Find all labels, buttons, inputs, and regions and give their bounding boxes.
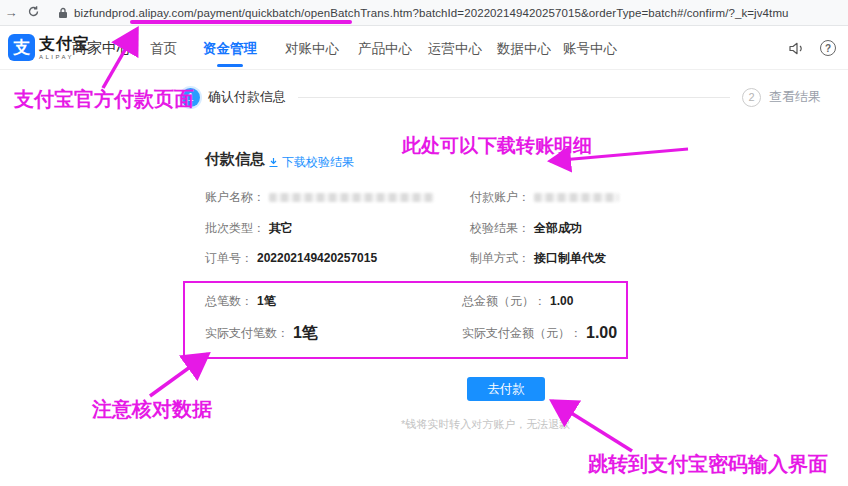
- help-icon[interactable]: ?: [818, 38, 838, 58]
- annotation-download-detail: 此处可以下载转账明细: [402, 133, 592, 159]
- field-order-method: 制单方式： 接口制单代发: [470, 251, 606, 265]
- field-payer-account: 付款账户：: [470, 190, 619, 204]
- alipay-logo-icon: 支: [8, 34, 35, 61]
- padlock-icon: [58, 7, 68, 19]
- redacted-payer-account: [534, 193, 619, 202]
- forward-icon[interactable]: →: [0, 5, 22, 20]
- merchant-center-label[interactable]: 商家中心: [72, 39, 132, 58]
- browser-chrome: → bizfundprod.alipay.com/payment/quickba…: [0, 0, 848, 26]
- download-icon: [268, 157, 279, 168]
- reload-icon[interactable]: [22, 5, 44, 21]
- nav-item-account[interactable]: 账号中心: [563, 40, 617, 58]
- sound-icon[interactable]: [786, 38, 806, 58]
- step-connector: [298, 97, 730, 98]
- nav-item-data[interactable]: 数据中心: [497, 40, 551, 58]
- go-pay-button[interactable]: 去付款: [467, 377, 545, 401]
- field-total-amount: 总金额（元）： 1.00: [462, 294, 573, 308]
- top-navigation: 支 支付宝 ALIPAY 商家中心 首页 资金管理 对账中心 产品中心 运营中心…: [0, 26, 848, 70]
- nav-item-home[interactable]: 首页: [150, 40, 177, 58]
- step-2-label: 查看结果: [769, 88, 821, 106]
- field-actual-count: 实际支付笔数： 1笔: [205, 326, 318, 340]
- download-verification-link[interactable]: 下载校验结果: [268, 154, 354, 171]
- step-1-label: 确认付款信息: [208, 88, 286, 106]
- nav-item-reconciliation[interactable]: 对账中心: [285, 40, 339, 58]
- field-account-name: 账户名称：: [205, 190, 434, 204]
- address-bar[interactable]: bizfundprod.alipay.com/payment/quickbatc…: [74, 7, 789, 19]
- annotation-official-page: 支付宝官方付款页面: [14, 86, 194, 113]
- field-verify-result: 校验结果： 全部成功: [470, 221, 582, 235]
- field-total-count: 总笔数： 1笔: [205, 294, 276, 308]
- step-indicator: 1 确认付款信息 2 查看结果: [181, 86, 821, 108]
- section-title: 付款信息: [205, 150, 265, 169]
- arrow-to-summary-box: [150, 354, 208, 396]
- page: → bizfundprod.alipay.com/payment/quickba…: [0, 0, 848, 486]
- redacted-account-name: [269, 193, 434, 202]
- annotation-check-data: 注意核对数据: [92, 396, 212, 423]
- realtime-transfer-note: *钱将实时转入对方账户，无法退款: [401, 417, 570, 432]
- field-actual-amount: 实际支付金额（元）： 1.00: [462, 326, 617, 340]
- field-order-no: 订单号： 202202149420257015: [205, 251, 377, 265]
- nav-item-products[interactable]: 产品中心: [358, 40, 412, 58]
- field-batch-type: 批次类型： 其它: [205, 221, 293, 235]
- nav-item-operations[interactable]: 运营中心: [428, 40, 482, 58]
- nav-item-funds[interactable]: 资金管理: [203, 40, 257, 58]
- step-2-circle: 2: [742, 88, 761, 107]
- annotation-jump-password: 跳转到支付宝密码输入界面: [588, 451, 828, 478]
